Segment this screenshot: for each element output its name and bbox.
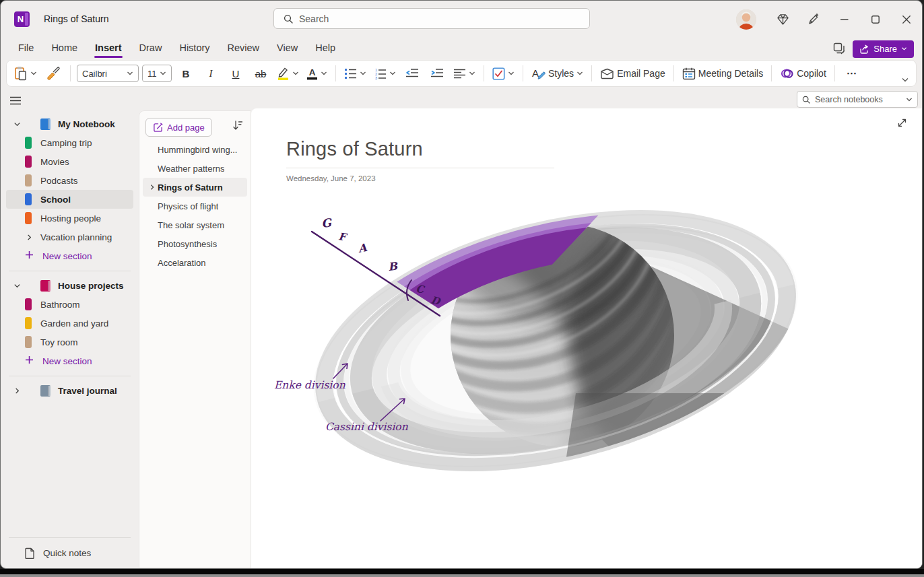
search-icon (284, 14, 293, 24)
page-item[interactable]: Physics of flight (143, 197, 247, 215)
meeting-details-button[interactable]: Meeting Details (680, 64, 766, 83)
styles-button[interactable]: A Styles (529, 64, 585, 83)
indent-icon (430, 68, 444, 79)
font-name-select[interactable]: Cailbri (77, 65, 139, 82)
section-label: Movies (40, 157, 69, 167)
close-button[interactable] (891, 1, 922, 38)
page-item[interactable]: Accelaration (143, 253, 247, 272)
paste-button[interactable] (12, 64, 39, 83)
decrease-indent-button[interactable] (401, 64, 423, 83)
page-item[interactable]: Hummingbird wing... (143, 140, 247, 159)
font-size-select[interactable]: 11 (142, 65, 172, 82)
section-camping-trip[interactable]: Camping trip (6, 133, 133, 152)
tab-history[interactable]: History (170, 38, 218, 60)
section-movies[interactable]: Movies (6, 152, 133, 171)
bullet-list-button[interactable] (342, 64, 368, 83)
increase-indent-button[interactable] (426, 64, 448, 83)
tab-home[interactable]: Home (42, 38, 86, 60)
premium-diamond-icon[interactable] (767, 1, 798, 38)
ring-shadow-front (562, 393, 758, 487)
todo-tag-button[interactable] (490, 64, 517, 83)
enke-division-label: Enke division (274, 379, 345, 391)
font-color-button[interactable]: A (304, 64, 329, 83)
section-garden-and-yard[interactable]: Garden and yard (6, 314, 133, 333)
font-color-icon: A (306, 67, 318, 80)
tab-file[interactable]: File (9, 38, 42, 60)
section-label: Vacation planning (40, 232, 112, 242)
collapse-ribbon-chevron[interactable] (901, 73, 909, 86)
svg-text:B: B (387, 260, 399, 273)
page-title-heading[interactable]: Rings of Saturn (286, 138, 423, 160)
highlight-button[interactable] (275, 64, 301, 83)
numbered-list-button[interactable]: 123 (372, 64, 398, 83)
format-painter-button[interactable] (42, 64, 64, 83)
saturn-drawing[interactable]: G F A B C D Enke division Cassini divisi… (273, 198, 812, 487)
page-item-selected[interactable]: Rings of Saturn (143, 178, 247, 197)
notebook-icon (40, 280, 51, 292)
bold-button[interactable]: B (175, 64, 197, 83)
notebook-travel-journal[interactable]: Travel journal (6, 381, 133, 400)
maximize-button[interactable] (860, 1, 891, 38)
search-notebooks-input[interactable]: Search notebooks (797, 91, 918, 108)
sort-pages-button[interactable] (232, 120, 243, 133)
section-label: School (40, 195, 71, 205)
add-page-button[interactable]: Add page (145, 118, 212, 137)
feedback-pen-icon[interactable] (798, 1, 829, 38)
page-item[interactable]: Photosynthesis (143, 234, 247, 253)
ribbon-toolbar: Cailbri 11 B I U ab A (6, 60, 917, 87)
underline-button[interactable]: U (225, 64, 246, 83)
section-school[interactable]: School (6, 190, 133, 209)
tab-view[interactable]: View (268, 38, 306, 60)
share-button[interactable]: Share (853, 40, 914, 58)
svg-text:A: A (532, 67, 539, 79)
chevron-down-icon (292, 71, 299, 76)
tab-review[interactable]: Review (219, 38, 269, 60)
search-placeholder: Search (299, 13, 329, 24)
search-input[interactable]: Search (273, 8, 590, 29)
alignment-button[interactable] (451, 64, 477, 83)
chevron-down-icon (321, 71, 327, 76)
expand-page-icon[interactable] (897, 118, 907, 131)
page-item[interactable]: The solar system (143, 215, 247, 234)
quick-notes-button[interactable]: Quick notes (1, 538, 139, 568)
styles-label: Styles (548, 68, 574, 79)
new-section-button[interactable]: New section (6, 351, 133, 370)
account-avatar[interactable] (736, 9, 756, 30)
section-color-tab (25, 212, 32, 224)
pages-panel: Add page Hummingbird wing... Weather pat… (139, 110, 251, 568)
chevron-down-icon (160, 71, 166, 76)
italic-button[interactable]: I (200, 64, 222, 83)
page-item[interactable]: Weather patterns (143, 159, 247, 178)
bottom-edge-line (0, 574, 924, 577)
tab-insert[interactable]: Insert (86, 38, 131, 60)
new-section-button[interactable]: New section (6, 246, 133, 265)
copilot-button[interactable]: Copilot (778, 64, 828, 83)
email-page-button[interactable]: Email Page (598, 64, 667, 83)
cassini-division-label: Cassini division (325, 421, 408, 433)
tab-draw[interactable]: Draw (131, 38, 171, 60)
window-title: Rings of Saturn (44, 1, 109, 38)
section-label: Podcasts (40, 176, 78, 186)
section-color-tab (25, 298, 32, 310)
tab-help[interactable]: Help (306, 38, 344, 60)
section-hosting-people[interactable]: Hosting people (6, 209, 133, 228)
strikethrough-button[interactable]: ab (250, 64, 271, 83)
page-date: Wednesday, June 7, 2023 (286, 174, 376, 182)
notebook-house-projects[interactable]: House projects (6, 276, 133, 295)
section-group-vacation-planning[interactable]: Vacation planning (6, 228, 133, 246)
page-canvas[interactable]: Rings of Saturn Wednesday, June 7, 2023 (251, 108, 922, 568)
copy-page-button[interactable] (833, 42, 846, 55)
section-podcasts[interactable]: Podcasts (6, 171, 133, 190)
sort-icon (232, 120, 243, 131)
minimize-button[interactable] (829, 1, 860, 38)
search-icon (802, 96, 810, 104)
section-bathroom[interactable]: Bathroom (6, 295, 133, 314)
ribbon-more-button[interactable]: ⋯ (841, 64, 863, 83)
new-section-label: New section (42, 356, 92, 366)
section-color-tab (25, 156, 32, 168)
todo-checkbox-icon (492, 67, 505, 80)
share-icon (859, 44, 869, 54)
font-size-value: 11 (147, 69, 157, 79)
section-toy-room[interactable]: Toy room (6, 333, 133, 351)
notebook-my-notebook[interactable]: My Notebook (6, 114, 133, 133)
